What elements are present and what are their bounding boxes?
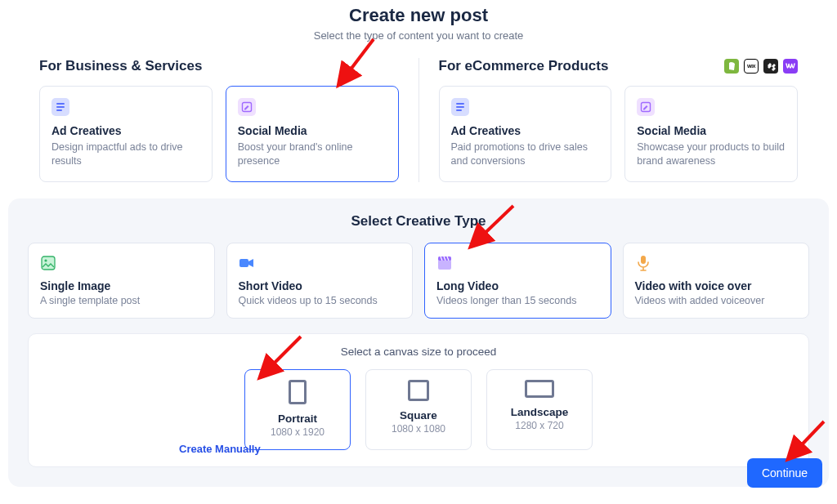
page-subtitle: Select the type of content you want to c… (0, 29, 837, 42)
size-card-landscape[interactable]: Landscape 1280 x 720 (486, 369, 593, 450)
size-card-portrait[interactable]: Portrait 1080 x 1920 (244, 369, 351, 450)
shopify-icon (724, 59, 739, 74)
size-card-square[interactable]: Square 1080 x 1080 (365, 369, 472, 450)
type-card-single-image[interactable]: Single Image A single template post (28, 243, 215, 319)
film-clapper-icon (436, 255, 453, 271)
microphone-icon (635, 255, 651, 271)
size-dimensions: 1280 x 720 (515, 420, 563, 431)
svg-rect-6 (456, 109, 462, 111)
svg-point-9 (44, 259, 47, 261)
svg-rect-2 (56, 109, 62, 111)
card-desc: Showcase your products to build brand aw… (637, 140, 786, 168)
svg-rect-1 (56, 106, 65, 108)
document-lines-icon (451, 98, 469, 116)
svg-rect-4 (456, 103, 464, 105)
svg-rect-5 (456, 106, 464, 108)
document-lines-icon (51, 98, 69, 116)
canvas-size-panel: Select a canvas size to proceed Portrait… (28, 333, 809, 467)
creative-type-heading: Select Creative Type (28, 213, 809, 230)
svg-rect-13 (641, 256, 646, 264)
image-icon (40, 255, 56, 271)
size-title: Portrait (278, 413, 317, 425)
type-card-short-video[interactable]: Short Video Quick videos up to 15 second… (226, 243, 414, 319)
portrait-shape-icon (289, 380, 307, 404)
business-section-title: For Business & Services (39, 58, 202, 74)
creative-type-panel: Select Creative Type Single Image A sing… (8, 198, 829, 487)
business-section: For Business & Services Ad Creatives Des… (39, 58, 419, 182)
type-desc: Videos with added voiceover (635, 295, 798, 306)
card-desc: Paid promotions to drive sales and conve… (451, 140, 600, 168)
page-title: Create new post (0, 5, 837, 26)
svg-rect-10 (239, 259, 248, 267)
card-title: Social Media (637, 124, 786, 137)
square-shape-icon (408, 380, 429, 401)
type-desc: Videos longer than 15 seconds (436, 295, 599, 306)
card-title: Social Media (238, 124, 387, 137)
video-camera-icon (239, 255, 255, 271)
canvas-size-heading: Select a canvas size to proceed (45, 346, 792, 358)
size-dimensions: 1080 x 1080 (392, 423, 445, 435)
card-ecommerce-social-media[interactable]: Social Media Showcase your products to b… (624, 86, 798, 182)
card-title: Ad Creatives (451, 124, 600, 137)
ecommerce-brand-icons: WIX (724, 59, 798, 74)
pencil-note-icon (637, 98, 655, 116)
card-ecommerce-ad-creatives[interactable]: Ad Creatives Paid promotions to drive sa… (439, 86, 612, 182)
landscape-shape-icon (525, 380, 554, 398)
svg-rect-0 (56, 103, 65, 105)
continue-button[interactable]: Continue (747, 458, 822, 488)
ecommerce-section: For eCommerce Products WIX Ad Creativ (419, 58, 799, 182)
svg-rect-8 (42, 256, 55, 270)
type-card-video-voiceover[interactable]: Video with voice over Videos with added … (623, 243, 810, 319)
type-title: Short Video (239, 279, 401, 292)
type-title: Single Image (40, 279, 203, 292)
ecommerce-section-title: For eCommerce Products (439, 58, 609, 74)
card-title: Ad Creatives (51, 124, 200, 137)
wix-icon: WIX (744, 59, 759, 74)
type-card-long-video[interactable]: Long Video Videos longer than 15 seconds (424, 243, 611, 319)
card-business-ad-creatives[interactable]: Ad Creatives Design impactful ads to dri… (39, 86, 213, 182)
type-desc: Quick videos up to 15 seconds (239, 295, 401, 306)
woocommerce-icon (783, 59, 798, 74)
size-title: Landscape (511, 406, 569, 418)
pencil-note-icon (238, 98, 256, 116)
card-business-social-media[interactable]: Social Media Boost your brand's online p… (226, 86, 399, 182)
card-desc: Design impactful ads to drive results (51, 140, 200, 168)
size-title: Square (400, 409, 437, 421)
squarespace-icon (763, 59, 778, 74)
card-desc: Boost your brand's online presence (238, 140, 387, 168)
svg-rect-11 (438, 260, 451, 270)
type-title: Long Video (436, 279, 599, 292)
type-title: Video with voice over (635, 279, 798, 292)
create-manually-link[interactable]: Create Manually (179, 443, 261, 455)
type-desc: A single template post (40, 295, 203, 306)
size-dimensions: 1080 x 1920 (271, 426, 325, 438)
